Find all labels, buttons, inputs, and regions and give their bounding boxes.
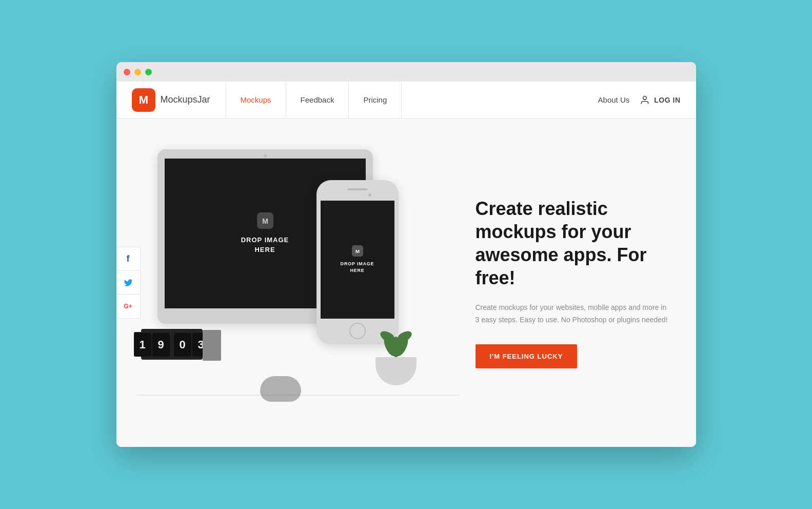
nav-links: Mockups Feedback Pricing [226,82,598,118]
maximize-button[interactable] [145,69,152,75]
hero-devices: M DROP IMAGEHERE M DROP [116,119,460,447]
close-button[interactable] [124,69,130,75]
login-button[interactable]: LOG IN [640,95,680,105]
nav-item-mockups[interactable]: Mockups [226,82,286,118]
plant-bowl [375,357,417,385]
nav-about[interactable]: About Us [598,95,630,104]
svg-text:M: M [355,248,359,254]
svg-text:M: M [262,217,268,225]
clock-hours: 1 9 [134,332,170,357]
tablet-camera [264,154,267,158]
cta-button[interactable]: I'M FEELING LUCKY [476,344,578,368]
plant-decoration [373,324,419,385]
brand-name: MockupsJar [161,94,210,105]
computer-mouse [260,376,301,402]
phone-screen[interactable]: M DROP IMAGEHERE [321,201,394,319]
nav-item-feedback[interactable]: Feedback [286,82,349,118]
phone-frame: M DROP IMAGEHERE [316,180,399,344]
svg-point-2 [643,96,647,100]
nav-right: About Us LOG IN [598,95,681,105]
hero-content: Create realistic mockups for your awesom… [460,166,696,400]
tablet-drop-text: DROP IMAGEHERE [241,235,289,255]
hero-section: f G+ M DROP IMAGEHERE [116,119,696,447]
phone-drop-text: DROP IMAGEHERE [341,261,374,275]
plant-leaves [381,324,411,357]
nav-item-pricing[interactable]: Pricing [349,82,402,118]
brand-logo: M [132,88,155,112]
phone-drop-logo: M [352,245,363,257]
navbar: M MockupsJar Mockups Feedback Pricing Ab… [116,82,696,119]
phone-camera [368,193,371,197]
brand[interactable]: M MockupsJar [132,88,210,112]
clock-side-block [203,330,221,361]
hero-subtext: Create mockups for your websites, mobile… [476,302,670,326]
phone-home-button [349,323,366,339]
phone-speaker [347,188,368,190]
phone-mockup: M DROP IMAGEHERE [316,180,399,344]
hero-headline: Create realistic mockups for your awesom… [476,197,670,289]
tablet-drop-logo: M [257,212,273,229]
login-label: LOG IN [654,96,680,104]
minimize-button[interactable] [134,69,141,75]
flip-clock: 1 9 0 3 [141,329,203,360]
svg-text:M: M [138,93,148,106]
browser-titlebar [116,62,696,82]
clock-m1: 0 [174,332,191,357]
clock-h2: 9 [152,332,170,357]
table-surface [137,395,460,396]
browser-window: M MockupsJar Mockups Feedback Pricing Ab… [116,62,696,447]
clock-h1: 1 [134,332,151,357]
user-icon [640,95,650,105]
